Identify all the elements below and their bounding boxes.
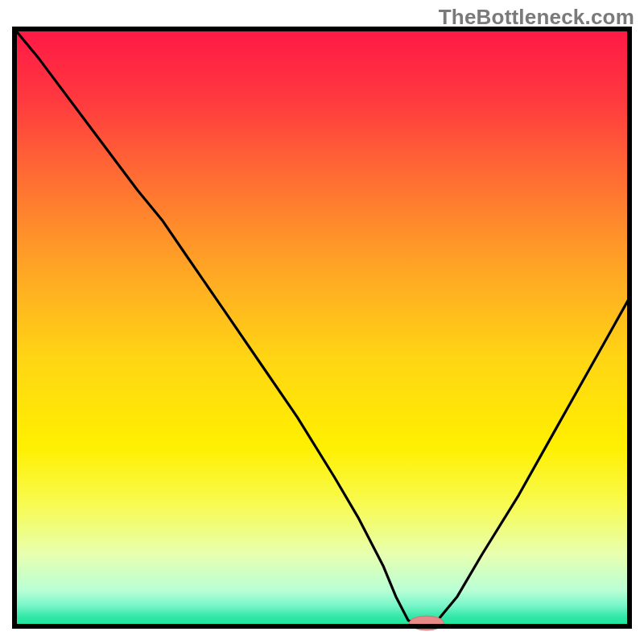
gradient-background — [14, 29, 630, 626]
chart-svg — [0, 0, 644, 644]
watermark-text: TheBottleneck.com — [439, 5, 634, 30]
bottleneck-chart: TheBottleneck.com — [0, 0, 644, 644]
